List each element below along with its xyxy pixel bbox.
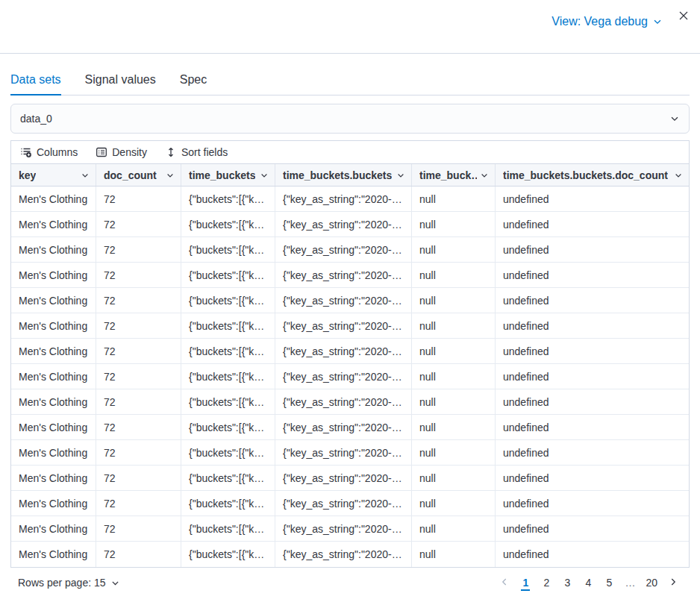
table-cell[interactable]: Men's Clothing	[11, 339, 96, 363]
table-cell[interactable]: undefined	[496, 288, 689, 313]
table-cell[interactable]: Men's Clothing	[11, 187, 96, 211]
column-header-time-buckets-buckets-doc-count[interactable]: time_buckets.buckets.doc_count	[496, 164, 689, 186]
table-cell[interactable]: undefined	[496, 516, 689, 541]
table-cell[interactable]: Men's Clothing	[11, 440, 96, 465]
table-cell[interactable]: Men's Clothing	[11, 364, 96, 389]
table-cell[interactable]: 72	[96, 415, 181, 439]
table-cell[interactable]: {"buckets":[{"k…	[181, 313, 275, 338]
table-cell[interactable]: undefined	[496, 212, 689, 236]
table-cell[interactable]: undefined	[496, 415, 689, 439]
table-cell[interactable]: {"buckets":[{"k…	[181, 263, 275, 287]
table-cell[interactable]: {"key_as_string":"2020-…	[275, 415, 412, 439]
table-cell[interactable]: {"buckets":[{"k…	[181, 516, 275, 541]
tab-signal-values[interactable]: Signal values	[85, 73, 156, 95]
table-cell[interactable]: null	[412, 212, 496, 236]
table-cell[interactable]: {"key_as_string":"2020-…	[275, 339, 412, 363]
table-cell[interactable]: 72	[96, 364, 181, 389]
table-cell[interactable]: undefined	[496, 491, 689, 516]
table-cell[interactable]: Men's Clothing	[11, 542, 96, 567]
table-cell[interactable]: {"buckets":[{"k…	[181, 187, 275, 211]
table-cell[interactable]: Men's Clothing	[11, 313, 96, 338]
table-cell[interactable]: {"key_as_string":"2020-…	[275, 187, 412, 211]
page-button-4[interactable]: 4	[579, 574, 597, 592]
table-cell[interactable]: 72	[96, 313, 181, 338]
table-cell[interactable]: 72	[96, 440, 181, 465]
table-cell[interactable]: {"buckets":[{"k…	[181, 288, 275, 313]
table-cell[interactable]: null	[412, 542, 496, 567]
table-cell[interactable]: null	[412, 491, 496, 516]
sort-fields-button[interactable]: Sort fields	[159, 141, 234, 163]
page-button-1[interactable]: 1	[516, 574, 534, 592]
page-button-2[interactable]: 2	[537, 574, 555, 592]
table-cell[interactable]: null	[412, 389, 496, 414]
table-cell[interactable]: {"key_as_string":"2020-…	[275, 288, 412, 313]
page-button-3[interactable]: 3	[558, 574, 576, 592]
next-page-button[interactable]	[664, 574, 682, 592]
table-cell[interactable]: {"key_as_string":"2020-…	[275, 542, 412, 567]
table-cell[interactable]: {"key_as_string":"2020-…	[275, 516, 412, 541]
table-cell[interactable]: null	[412, 415, 496, 439]
table-cell[interactable]: {"key_as_string":"2020-…	[275, 364, 412, 389]
table-cell[interactable]: {"buckets":[{"k…	[181, 389, 275, 414]
tab-data-sets[interactable]: Data sets	[10, 73, 61, 95]
table-cell[interactable]: undefined	[496, 440, 689, 465]
table-cell[interactable]: {"buckets":[{"k…	[181, 339, 275, 363]
table-cell[interactable]: undefined	[496, 542, 689, 567]
table-cell[interactable]: {"key_as_string":"2020-…	[275, 389, 412, 414]
table-cell[interactable]: {"key_as_string":"2020-…	[275, 313, 412, 338]
page-button-20[interactable]: 20	[642, 574, 661, 592]
table-cell[interactable]: Men's Clothing	[11, 237, 96, 262]
table-cell[interactable]: null	[412, 339, 496, 363]
table-cell[interactable]: Men's Clothing	[11, 389, 96, 414]
table-cell[interactable]: null	[412, 288, 496, 313]
column-header-time-buckets[interactable]: time_buckets	[181, 164, 275, 186]
table-cell[interactable]: {"buckets":[{"k…	[181, 466, 275, 490]
column-header-doc-count[interactable]: doc_count	[96, 164, 181, 186]
table-cell[interactable]: Men's Clothing	[11, 288, 96, 313]
table-cell[interactable]: 72	[96, 389, 181, 414]
close-button[interactable]	[676, 9, 691, 24]
table-cell[interactable]: undefined	[496, 187, 689, 211]
table-cell[interactable]: 72	[96, 542, 181, 567]
table-cell[interactable]: Men's Clothing	[11, 516, 96, 541]
table-cell[interactable]: undefined	[496, 263, 689, 287]
table-cell[interactable]: null	[412, 263, 496, 287]
columns-button[interactable]: Columns	[14, 141, 84, 163]
table-cell[interactable]: 72	[96, 288, 181, 313]
table-cell[interactable]: {"buckets":[{"k…	[181, 212, 275, 236]
table-cell[interactable]: undefined	[496, 364, 689, 389]
table-cell[interactable]: 72	[96, 339, 181, 363]
dataset-select[interactable]: data_0	[10, 104, 690, 134]
table-cell[interactable]: {"buckets":[{"k…	[181, 364, 275, 389]
table-cell[interactable]: undefined	[496, 313, 689, 338]
table-cell[interactable]: 72	[96, 491, 181, 516]
table-cell[interactable]: Men's Clothing	[11, 466, 96, 490]
table-cell[interactable]: Men's Clothing	[11, 212, 96, 236]
table-cell[interactable]: {"key_as_string":"2020-…	[275, 466, 412, 490]
table-cell[interactable]: {"buckets":[{"k…	[181, 491, 275, 516]
page-button-5[interactable]: 5	[600, 574, 618, 592]
table-cell[interactable]: 72	[96, 466, 181, 490]
table-cell[interactable]: null	[412, 364, 496, 389]
table-cell[interactable]: {"key_as_string":"2020-…	[275, 491, 412, 516]
previous-page-button[interactable]	[496, 574, 513, 592]
column-header-time-buckets-buckets[interactable]: time_buckets.buckets	[275, 164, 412, 186]
view-selector-button[interactable]: View: Vega debug	[551, 15, 663, 28]
table-cell[interactable]: undefined	[496, 237, 689, 262]
table-cell[interactable]: null	[412, 516, 496, 541]
table-cell[interactable]: {"key_as_string":"2020-…	[275, 237, 412, 262]
table-cell[interactable]: undefined	[496, 466, 689, 490]
table-cell[interactable]: null	[412, 237, 496, 262]
table-cell[interactable]: undefined	[496, 389, 689, 414]
table-cell[interactable]: {"buckets":[{"k…	[181, 415, 275, 439]
table-cell[interactable]: {"key_as_string":"2020-…	[275, 263, 412, 287]
table-cell[interactable]: {"key_as_string":"2020-…	[275, 440, 412, 465]
table-cell[interactable]: {"buckets":[{"k…	[181, 237, 275, 262]
table-cell[interactable]: 72	[96, 187, 181, 211]
column-header-time-buck[interactable]: time_buck…	[412, 164, 496, 186]
table-cell[interactable]: null	[412, 466, 496, 490]
rows-per-page-button[interactable]: Rows per page: 15	[18, 577, 120, 589]
table-cell[interactable]: null	[412, 440, 496, 465]
table-cell[interactable]: null	[412, 313, 496, 338]
table-cell[interactable]: Men's Clothing	[11, 491, 96, 516]
